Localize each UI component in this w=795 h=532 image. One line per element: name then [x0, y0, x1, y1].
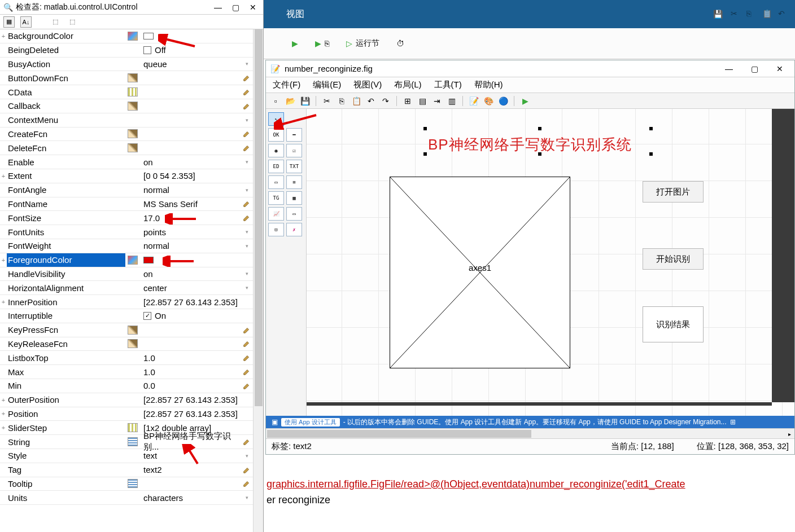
property-row-HandleVisibility[interactable]: HandleVisibilityon▾ [0, 267, 253, 282]
property-value[interactable] [140, 29, 241, 43]
property-value[interactable]: BP神经网络手写数字识别... [140, 435, 241, 449]
paste-icon[interactable]: 📋 [762, 9, 772, 19]
property-editor-icon[interactable] [125, 295, 140, 309]
guide-hscrollbar[interactable]: ◂ ▸ [266, 428, 794, 438]
property-value[interactable]: on [140, 267, 241, 281]
axes-tool[interactable]: 📈 [268, 207, 284, 221]
undo-icon[interactable]: ↶ [778, 9, 788, 19]
property-value[interactable]: text2 [140, 463, 241, 477]
inspector-scrollbar[interactable] [253, 29, 263, 532]
property-value[interactable] [140, 85, 241, 99]
property-row-FontWeight[interactable]: FontWeightnormal▾ [0, 239, 253, 253]
expand-icon[interactable] [0, 463, 7, 477]
property-editor-icon[interactable] [125, 211, 140, 225]
run-button[interactable]: ▶ [292, 39, 298, 48]
expand-icon[interactable] [0, 309, 7, 323]
property-action-icon[interactable]: ▾ [241, 225, 253, 239]
close-button[interactable]: ✕ [250, 3, 256, 12]
property-action-icon[interactable] [241, 43, 253, 57]
property-action-icon[interactable]: ▾ [241, 449, 253, 463]
property-row-DeleteFcn[interactable]: DeleteFcn [0, 141, 253, 155]
new-icon[interactable]: ▫ [269, 95, 282, 107]
property-value[interactable]: normal [140, 239, 241, 253]
start-recognize-button[interactable]: 开始识别 [643, 248, 704, 270]
property-action-icon[interactable] [241, 197, 253, 211]
property-editor-icon[interactable] [125, 141, 140, 155]
property-action-icon[interactable] [241, 393, 253, 407]
property-editor-icon[interactable] [125, 155, 140, 169]
run-guide-icon[interactable]: ▶ [519, 95, 531, 107]
property-value[interactable]: center [140, 281, 241, 294]
property-action-icon[interactable] [241, 29, 253, 43]
expand-icon[interactable] [0, 351, 7, 364]
property-editor-icon[interactable] [125, 463, 140, 477]
property-row-FontSize[interactable]: FontSize17.0 [0, 211, 253, 225]
align-icon[interactable]: ⊞ [401, 95, 414, 107]
property-value[interactable] [140, 71, 241, 85]
category-view-button[interactable]: ▦ [3, 16, 15, 28]
property-action-icon[interactable] [241, 309, 253, 323]
property-editor-icon[interactable] [125, 58, 140, 71]
guide-minimize-button[interactable]: — [718, 64, 740, 73]
property-editor-icon[interactable] [125, 127, 140, 141]
property-action-icon[interactable] [241, 463, 253, 477]
property-action-icon[interactable]: ▾ [241, 267, 253, 281]
property-row-HorizontalAlignment[interactable]: HorizontalAlignmentcenter▾ [0, 281, 253, 295]
menu-item[interactable]: 工具(T) [434, 80, 462, 90]
property-row-Extent[interactable]: +Extent[0 0 54 2.353] [0, 169, 253, 183]
expand-icon[interactable] [0, 43, 7, 57]
expand-icon[interactable] [0, 58, 7, 71]
property-action-icon[interactable] [241, 421, 253, 434]
expand-icon[interactable] [0, 155, 7, 169]
property-editor-icon[interactable] [125, 85, 140, 99]
property-row-KeyPressFcn[interactable]: KeyPressFcn [0, 323, 253, 337]
open-icon[interactable]: 📂 [284, 95, 296, 107]
property-editor-icon[interactable] [125, 351, 140, 364]
property-row-ListboxTop[interactable]: ListboxTop1.0 [0, 351, 253, 365]
property-editor-icon[interactable] [125, 435, 140, 449]
checkbox-tool[interactable]: ☑ [286, 144, 302, 157]
property-value[interactable] [140, 141, 241, 155]
expand-icon[interactable]: + [0, 169, 7, 183]
expand-icon[interactable] [0, 113, 7, 127]
slider-tool[interactable]: ━ [286, 128, 302, 142]
property-icon[interactable]: 🎨 [482, 95, 495, 107]
property-value[interactable]: [22.857 27 63.143 2.353] [140, 393, 241, 407]
property-editor-icon[interactable] [125, 197, 140, 211]
cut-guide-icon[interactable]: ✂ [321, 95, 333, 107]
property-action-icon[interactable]: ▾ [241, 58, 253, 71]
expand-icon[interactable]: + [0, 421, 7, 434]
scroll-right-icon[interactable]: ▸ [784, 429, 794, 439]
property-editor-icon[interactable] [125, 365, 140, 379]
property-row-ContextMenu[interactable]: ContextMenu▾ [0, 113, 253, 127]
copy-guide-icon[interactable]: ⎘ [335, 95, 348, 107]
property-row-BusyAction[interactable]: BusyActionqueue▾ [0, 58, 253, 72]
expand-icon[interactable] [0, 337, 7, 351]
property-action-icon[interactable] [241, 71, 253, 85]
property-action-icon[interactable] [241, 127, 253, 141]
property-editor-icon[interactable] [125, 379, 140, 393]
expand-icon[interactable]: + [0, 295, 7, 309]
property-editor-icon[interactable] [125, 183, 140, 197]
property-action-icon[interactable]: ▾ [241, 183, 253, 197]
property-action-icon[interactable]: ▾ [241, 281, 253, 294]
run-section-button[interactable]: ▷运行节 [346, 38, 379, 49]
property-row-InnerPosition[interactable]: +InnerPosition[22.857 27 63.143 2.353] [0, 295, 253, 309]
listbox-tool[interactable]: ≡ [286, 175, 302, 189]
property-row-Enable[interactable]: Enableon▾ [0, 155, 253, 169]
property-action-icon[interactable] [241, 99, 253, 113]
edit-tool[interactable]: ED [268, 160, 284, 173]
menu-item[interactable]: 布局(L) [394, 80, 421, 90]
property-editor-icon[interactable] [125, 491, 140, 504]
design-canvas[interactable]: BP神经网络手写数字识别系统 axes1 打开图片 开始识别 识别结果 [307, 109, 794, 416]
paste-guide-icon[interactable]: 📋 [350, 95, 362, 107]
property-editor-icon[interactable] [125, 253, 140, 267]
property-row-Tooltip[interactable]: Tooltip [0, 477, 253, 491]
property-editor-icon[interactable] [125, 43, 140, 57]
property-row-Position[interactable]: +Position[22.857 27 63.143 2.353] [0, 407, 253, 421]
object-browser-icon[interactable]: 🔵 [497, 95, 509, 107]
menu-item[interactable]: 编辑(E) [313, 80, 341, 90]
expand-icon[interactable] [0, 365, 7, 379]
property-action-icon[interactable] [241, 253, 253, 267]
guide-maximize-button[interactable]: ▢ [744, 64, 765, 73]
